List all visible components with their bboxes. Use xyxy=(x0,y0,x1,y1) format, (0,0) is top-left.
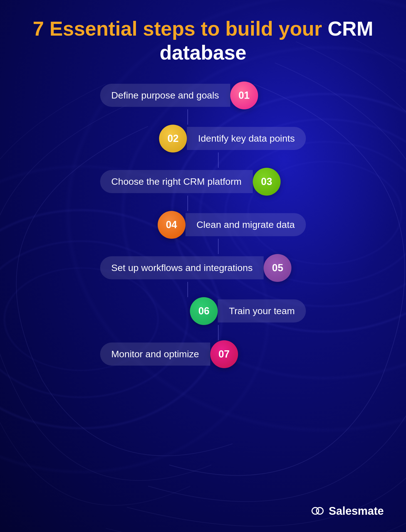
step-number-4: 04 xyxy=(158,211,185,239)
connector-4 xyxy=(83,239,323,254)
page-title: 7 Essential steps to build your CRM data… xyxy=(33,17,373,65)
title-crm-text: CRM xyxy=(328,18,373,40)
vertical-connector xyxy=(187,282,188,297)
connector-6 xyxy=(83,325,323,340)
step-label-7: Monitor and optimize xyxy=(100,343,210,366)
connector-1 xyxy=(83,109,323,125)
main-content: 7 Essential steps to build your CRM data… xyxy=(0,0,406,532)
connector-5 xyxy=(83,282,323,297)
step-label-6: Train your team xyxy=(218,299,306,322)
step-number-1: 01 xyxy=(230,82,258,109)
vertical-connector xyxy=(218,152,219,168)
title-yellow-text: 7 Essential steps to build your xyxy=(33,18,322,40)
salesmate-icon xyxy=(310,504,325,518)
brand-logo: Salesmate xyxy=(310,504,384,518)
step-row-6: 06Train your team xyxy=(83,297,323,325)
step-number-2: 02 xyxy=(159,125,187,152)
step-row-1: Define purpose and goals01 xyxy=(83,82,323,109)
step-label-2: Identify key data points xyxy=(187,127,306,150)
logo-text: Salesmate xyxy=(329,505,384,517)
svg-point-1 xyxy=(316,508,323,514)
step-row-5: Set up workflows and integrations05 xyxy=(83,254,323,282)
step-number-6: 06 xyxy=(190,297,218,325)
step-row-4: 04Clean and migrate data xyxy=(83,211,323,239)
title-database-text: database xyxy=(33,41,373,65)
step-row-2: 02Identify key data points xyxy=(83,125,323,152)
step-row-7: Monitor and optimize07 xyxy=(83,340,323,368)
step-number-7: 07 xyxy=(210,340,238,368)
step-row-3: Choose the right CRM platform03 xyxy=(83,168,323,196)
step-label-5: Set up workflows and integrations xyxy=(100,256,264,279)
step-number-3: 03 xyxy=(253,168,281,196)
step-number-5: 05 xyxy=(264,254,291,282)
steps-list: Define purpose and goals0102Identify key… xyxy=(0,82,406,368)
vertical-connector xyxy=(218,239,219,254)
step-label-4: Clean and migrate data xyxy=(185,213,306,236)
vertical-connector xyxy=(187,196,188,211)
connector-2 xyxy=(83,152,323,168)
connector-3 xyxy=(83,196,323,211)
vertical-connector xyxy=(218,325,219,340)
step-label-3: Choose the right CRM platform xyxy=(100,170,253,193)
step-label-1: Define purpose and goals xyxy=(100,84,230,107)
vertical-connector xyxy=(187,109,188,125)
